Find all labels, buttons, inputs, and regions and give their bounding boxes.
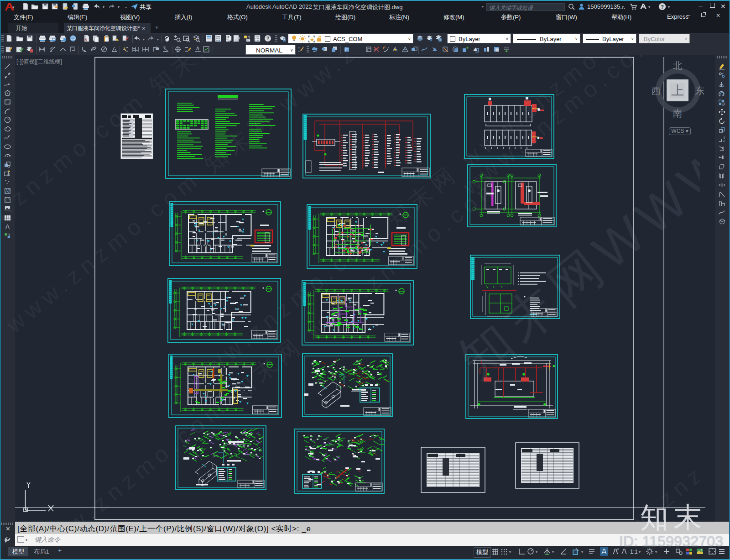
svg-text:?: ?	[661, 4, 664, 10]
svg-text:A: A	[5, 223, 10, 230]
svg-text:?: ?	[266, 36, 269, 41]
svg-text:北: 北	[673, 60, 683, 71]
svg-text:上: 上	[671, 84, 684, 98]
svg-text:A: A	[196, 46, 199, 51]
svg-text:西: 西	[652, 85, 661, 96]
svg-text:南: 南	[673, 108, 683, 119]
svg-text:东: 东	[695, 85, 705, 96]
